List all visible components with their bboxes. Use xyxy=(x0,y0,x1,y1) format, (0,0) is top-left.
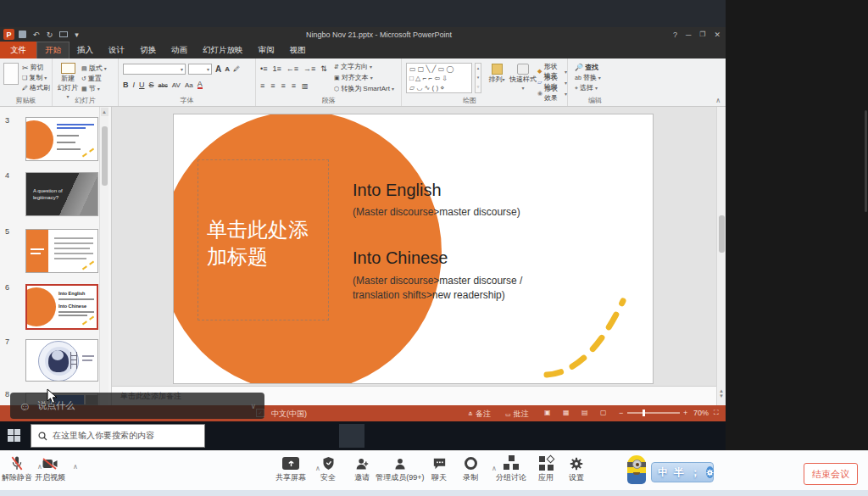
video-options-chevron[interactable]: ∧ xyxy=(73,463,78,471)
fit-to-window-icon[interactable]: ⛶ xyxy=(714,409,719,417)
ime-punctuation-mode[interactable]: ； xyxy=(690,465,700,480)
align-buttons[interactable]: ≡≡≡≡▥ xyxy=(260,81,309,90)
taskbar-search-box[interactable]: 在这里输入你要搜索的内容 xyxy=(31,424,205,448)
qat-dropdown-icon[interactable]: ▾ xyxy=(71,29,82,40)
replace-button[interactable]: ab替换▾ xyxy=(575,73,601,82)
unmute-button[interactable]: 解除静音 xyxy=(0,455,34,483)
tab-design[interactable]: 设计 xyxy=(101,42,132,59)
security-button[interactable]: 安全 xyxy=(313,455,343,483)
zoom-in-icon[interactable]: + xyxy=(683,409,687,417)
chat-button[interactable]: 聊天 xyxy=(424,455,454,483)
next-slide-icon[interactable]: ▼ xyxy=(717,393,726,398)
tab-home[interactable]: 开始 xyxy=(36,42,70,59)
copy-button[interactable]: ❏复制▾ xyxy=(22,73,47,82)
slide-thumbnail-4[interactable]: A question of legitimacy? xyxy=(25,172,98,216)
scrollbar-thumb[interactable] xyxy=(719,215,725,253)
save-icon[interactable] xyxy=(17,29,28,40)
tab-animations[interactable]: 动画 xyxy=(164,42,195,59)
layout-button[interactable]: ▤版式▾ xyxy=(81,64,107,73)
sidebar-scrollbar[interactable] xyxy=(865,110,867,212)
slide-scrollbar[interactable]: ▲ ▼ xyxy=(716,107,726,405)
smartart-button[interactable]: ⬡转换为 SmartArt▾ xyxy=(334,84,394,93)
font-size-select[interactable]: ▾ xyxy=(188,64,212,75)
tab-file[interactable]: 文件 xyxy=(0,42,36,59)
arrange-button[interactable]: 排列▾ xyxy=(485,64,509,84)
apps-button[interactable]: 应用 xyxy=(528,455,564,483)
shape-effects-button[interactable]: ◉形状效果▾ xyxy=(537,84,567,103)
shadow-button[interactable]: abc xyxy=(159,82,168,88)
find-button[interactable]: 🔎查找 xyxy=(575,63,598,72)
italic-button[interactable]: I xyxy=(133,81,136,89)
restore-icon[interactable]: ❐ xyxy=(699,31,705,38)
ime-gear-icon[interactable] xyxy=(706,466,714,478)
slide-heading-2[interactable]: Into Chinese xyxy=(353,248,448,268)
slide-subtext-1[interactable]: (Master discourse>master discourse) xyxy=(353,206,520,218)
section-button[interactable]: ▦节▾ xyxy=(81,84,100,93)
cut-button[interactable]: ✂剪切 xyxy=(22,63,44,72)
reset-button[interactable]: ↺重置 xyxy=(81,74,102,83)
slide-sorter-icon[interactable]: ▦ xyxy=(563,409,570,416)
scrollbar-thumb[interactable] xyxy=(102,126,108,186)
format-painter-button[interactable]: 🖉格式刷 xyxy=(22,83,50,92)
shape-gallery-scroll[interactable]: ▴▾▿ xyxy=(475,63,481,93)
list-indent-buttons[interactable]: •≡1≡←≡→≡⇅ xyxy=(260,64,327,73)
redo-icon[interactable]: ↻ xyxy=(44,29,55,40)
collapse-ribbon-icon[interactable]: ∧ xyxy=(715,97,721,104)
close-icon[interactable]: ✕ xyxy=(714,31,721,39)
slide-title-placeholder[interactable]: 单击此处添加标题 xyxy=(198,159,329,320)
comments-toggle[interactable]: ▭批注 xyxy=(505,409,529,420)
reading-view-icon[interactable]: ▤ xyxy=(581,409,588,416)
font-grow-shrink[interactable]: AA🖉 xyxy=(215,64,240,74)
share-screen-button[interactable]: 共享屏幕 xyxy=(267,455,314,483)
slide-thumbnail-3[interactable] xyxy=(25,117,98,161)
paste-icon[interactable] xyxy=(3,63,19,85)
start-button-icon[interactable] xyxy=(8,429,20,442)
powerpoint-logo-icon[interactable]: P xyxy=(3,29,14,40)
slide-thumbnail-7[interactable] xyxy=(25,339,98,382)
font-color-button[interactable]: A xyxy=(198,81,203,89)
emoji-icon[interactable]: ☺ xyxy=(19,399,31,413)
scroll-up-icon[interactable]: ▲ xyxy=(101,108,108,116)
ime-chinese-mode[interactable]: 中 xyxy=(658,465,668,480)
settings-button[interactable]: 设置 xyxy=(559,455,593,483)
tab-insert[interactable]: 插入 xyxy=(70,42,101,59)
tab-transitions[interactable]: 切换 xyxy=(132,42,164,59)
slideshow-icon[interactable] xyxy=(58,29,69,40)
end-meeting-button[interactable]: 结束会议 xyxy=(804,463,858,485)
minimize-icon[interactable]: ─ xyxy=(686,31,691,39)
ime-toolbar[interactable]: 中 半 ； xyxy=(651,462,714,482)
breakout-rooms-button[interactable]: 分组讨论 xyxy=(491,455,531,483)
tab-view[interactable]: 视图 xyxy=(282,42,314,59)
strikethrough-button[interactable]: S xyxy=(149,81,154,89)
language-status[interactable]: 中文(中国) xyxy=(271,409,307,420)
start-video-button[interactable]: 开启视频 xyxy=(32,455,68,483)
normal-view-icon[interactable]: ▣ xyxy=(544,409,551,416)
notes-toggle[interactable]: ≛备注 xyxy=(468,409,491,420)
slide-heading-1[interactable]: Into English xyxy=(353,181,442,200)
record-button[interactable]: 录制 xyxy=(455,455,486,483)
tab-slideshow[interactable]: 幻灯片放映 xyxy=(195,42,251,59)
text-direction-button[interactable]: ⇵文字方向▾ xyxy=(334,62,372,71)
zoom-out-icon[interactable]: − xyxy=(619,409,623,417)
change-case-button[interactable]: Aa xyxy=(185,81,193,89)
chat-collapse-icon[interactable]: ∨ xyxy=(250,402,256,410)
slideshow-view-icon[interactable]: ▢ xyxy=(600,409,607,416)
bold-button[interactable]: B xyxy=(123,81,129,89)
shape-gallery[interactable]: ▭ ▢ ╲ ╱ ▭ ◯□ △ ⌐ ⌐ ⇦ ⇩▱ ◡ ∿ ( ) ⋄ xyxy=(406,63,472,93)
tab-review[interactable]: 审阅 xyxy=(251,42,282,59)
slide-canvas[interactable]: 单击此处添加标题 Into English (Master discourse>… xyxy=(174,114,653,383)
slide-thumbnail-6-selected[interactable]: Into English Into Chinese xyxy=(25,284,98,330)
help-icon[interactable]: ? xyxy=(673,31,677,39)
zoom-slider-thumb[interactable] xyxy=(643,410,645,416)
select-button[interactable]: ⌖选择▾ xyxy=(575,83,598,92)
zoom-level[interactable]: 70% xyxy=(693,409,709,417)
quick-styles-button[interactable]: 快速样式▾ xyxy=(509,64,537,92)
align-text-button[interactable]: ▣对齐文本▾ xyxy=(334,73,373,82)
new-slide-button[interactable]: 新建幻灯片▾ xyxy=(57,63,79,100)
font-name-select[interactable]: ▾ xyxy=(123,64,186,75)
undo-icon[interactable]: ↶ xyxy=(31,29,42,40)
char-spacing-button[interactable]: AV xyxy=(172,81,181,89)
slide-thumbnail-5[interactable] xyxy=(25,229,98,273)
ime-halfwidth-mode[interactable]: 半 xyxy=(674,465,684,480)
thumbnail-scrollbar[interactable]: ▲ xyxy=(99,107,108,405)
